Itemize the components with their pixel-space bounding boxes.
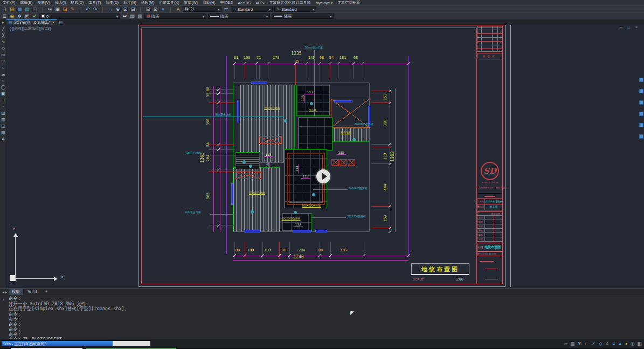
hatch-icon[interactable]: ▨ xyxy=(1,110,6,116)
new-icon[interactable]: ▯ xyxy=(2,6,8,12)
viewports-icon[interactable]: ⊞ xyxy=(145,6,151,12)
menu-item[interactable]: 无敌空间创新 xyxy=(337,0,360,5)
redo-icon[interactable]: ↷ xyxy=(92,6,98,12)
separator[interactable]: | xyxy=(39,6,45,12)
save-icon[interactable]: ▦ xyxy=(17,6,23,12)
menu-item[interactable]: AecCIS xyxy=(238,1,251,5)
circle-icon[interactable]: ○ xyxy=(1,65,6,71)
workspace-switching-icon[interactable]: ◎ xyxy=(631,341,635,346)
menu-item[interactable]: 工具(T) xyxy=(88,0,101,5)
infer-constraints-icon[interactable]: ▱ xyxy=(564,341,567,346)
menu-item[interactable]: 帮助(H) xyxy=(203,0,216,5)
ellipse-icon[interactable]: ◯ xyxy=(1,84,6,90)
menu-item[interactable]: 扩展工具(X) xyxy=(159,0,179,5)
separator[interactable]: | xyxy=(77,6,83,12)
menu-item[interactable]: 文件(F) xyxy=(3,0,15,5)
copy-icon[interactable]: ▣ xyxy=(54,6,60,12)
arc-icon[interactable]: ◠ xyxy=(1,58,6,64)
separator[interactable]: | xyxy=(168,6,174,12)
window-controls[interactable]: ─ □ × xyxy=(620,25,640,29)
make-current-icon[interactable]: ✔ xyxy=(32,13,38,19)
polar-tracking-icon[interactable]: ∠ xyxy=(592,341,596,346)
undo-icon[interactable]: ↶ xyxy=(85,6,91,12)
quickcalc-icon[interactable] xyxy=(639,134,643,139)
close-command-icon[interactable]: × xyxy=(2,297,5,302)
region-icon[interactable]: ◱ xyxy=(1,123,6,129)
table-icon[interactable]: ▦ xyxy=(1,129,6,135)
color-dropdown[interactable]: 随层▾ xyxy=(144,13,206,19)
layer-dropdown[interactable]: 0▾ xyxy=(39,13,120,19)
render-icon[interactable]: ● xyxy=(160,6,166,12)
point-icon[interactable]: · xyxy=(1,104,6,110)
video-play-button[interactable] xyxy=(316,169,330,183)
command-history[interactable]: 命令:打开一个 AutoCAD 2018 DWG 文件.正在用字型[simple… xyxy=(0,295,644,343)
tab-layout1[interactable]: 布局1 xyxy=(24,289,41,295)
line-icon[interactable]: ╱ xyxy=(1,26,6,32)
markup-manager-icon[interactable] xyxy=(639,123,643,127)
tool-palettes-icon[interactable] xyxy=(639,100,643,105)
plot-preview-icon[interactable]: ◫ xyxy=(32,6,38,12)
pan-icon[interactable]: ↔ xyxy=(107,6,113,12)
paste-icon[interactable]: ◪ xyxy=(62,6,68,12)
menu-item[interactable]: 窗口(W) xyxy=(184,0,198,5)
linetype-dropdown[interactable]: 随层▾ xyxy=(208,13,270,19)
tab-nav-icon[interactable]: ▸ xyxy=(2,20,4,25)
polygon-icon[interactable]: ◇ xyxy=(1,45,6,51)
spline-icon[interactable]: ≈ xyxy=(1,78,6,84)
viewport-controls[interactable]: [-][俯视][二维线框][WCS] xyxy=(10,26,51,31)
close-tab-icon[interactable]: × xyxy=(52,20,54,25)
sheet-set-manager-icon[interactable] xyxy=(639,112,643,116)
layer-states-icon[interactable]: ▤ xyxy=(129,13,135,19)
layout-nav-right-icon[interactable]: ▸ xyxy=(5,290,8,295)
named-views-icon[interactable]: ⊠ xyxy=(153,6,158,12)
menu-item[interactable]: APP- xyxy=(255,1,264,5)
plot-icon[interactable]: ▤ xyxy=(24,6,30,12)
otrack-icon[interactable]: ∡ xyxy=(605,341,610,346)
match-properties-icon[interactable]: ✎ xyxy=(70,6,75,12)
layer-properties-icon[interactable]: ≣ xyxy=(2,13,8,19)
make-block-icon[interactable]: □ xyxy=(1,97,6,103)
menu-item[interactable]: 编辑(E) xyxy=(20,0,32,5)
layer-previous-icon[interactable]: ↩ xyxy=(122,13,128,19)
menu-item[interactable]: 修改(M) xyxy=(141,0,155,5)
layers-panel-icon[interactable] xyxy=(639,89,643,93)
osnap-icon[interactable]: ◇ xyxy=(599,341,603,346)
rectangle-icon[interactable]: ▭ xyxy=(1,52,6,58)
construction-line-icon[interactable]: ╳ xyxy=(1,32,6,38)
dimstyle-dropdown[interactable]: ▱ Standard▾ xyxy=(231,6,273,12)
grid-display-icon[interactable]: ⊞ xyxy=(577,341,581,346)
annotation-visibility-icon[interactable]: ▲ xyxy=(618,341,622,346)
zoom-realtime-icon[interactable]: ⊕ xyxy=(115,6,121,12)
isolate-layer-icon[interactable]: ▥ xyxy=(137,13,143,19)
layer-freeze-icon[interactable]: ❄ xyxy=(17,13,23,19)
menu-item[interactable]: 视图(V) xyxy=(37,0,50,5)
add-layout-icon[interactable]: + xyxy=(42,289,51,295)
lineweight-dropdown[interactable]: 随层▾ xyxy=(272,13,334,19)
ortho-mode-icon[interactable]: ∟ xyxy=(584,341,589,346)
layer-lock-icon[interactable]: ◩ xyxy=(24,13,30,19)
separator[interactable]: | xyxy=(137,6,143,12)
cut-icon[interactable]: ✂ xyxy=(47,6,53,12)
menu-item[interactable]: 无敌家装优化设计工具箱 xyxy=(269,0,310,5)
zoom-window-icon[interactable]: ⊡ xyxy=(122,6,128,12)
menu-item[interactable]: 插入(I) xyxy=(55,0,66,5)
menu-item[interactable]: 标注(N) xyxy=(123,0,136,5)
clean-screen-icon[interactable]: ◧ xyxy=(637,341,642,346)
textstyle-dropdown[interactable]: ✎ Standard▾ xyxy=(274,6,316,12)
drawing-canvas[interactable]: [-][俯视][二维线框][WCS] ─ □ × 会签栏 SD INTERIOR… xyxy=(7,25,644,288)
style-dropdown[interactable]: 样式1▾ xyxy=(183,6,221,12)
menu-item[interactable]: 绘图(D) xyxy=(106,0,119,5)
gradient-icon[interactable]: ▥ xyxy=(1,117,6,122)
text-icon[interactable]: A xyxy=(1,136,6,142)
text-style-icon[interactable]: A xyxy=(175,6,181,12)
revcloud-icon[interactable]: ☁ xyxy=(1,71,6,77)
open-icon[interactable]: ▨ xyxy=(9,6,15,12)
menu-item[interactable]: 中望3.0 xyxy=(220,0,233,5)
snap-mode-icon[interactable]: ▦ xyxy=(570,341,575,346)
menu-item[interactable]: 格式(O) xyxy=(71,0,84,5)
zoom-previous-icon[interactable]: ⊟ xyxy=(130,6,136,12)
separator[interactable]: | xyxy=(100,6,106,12)
annotation-scale-icon[interactable]: ▴ xyxy=(625,341,628,346)
properties-panel-icon[interactable] xyxy=(639,78,643,82)
file-tab[interactable]: ▤ 武汉光谷…6.9.施工* × xyxy=(6,19,57,25)
